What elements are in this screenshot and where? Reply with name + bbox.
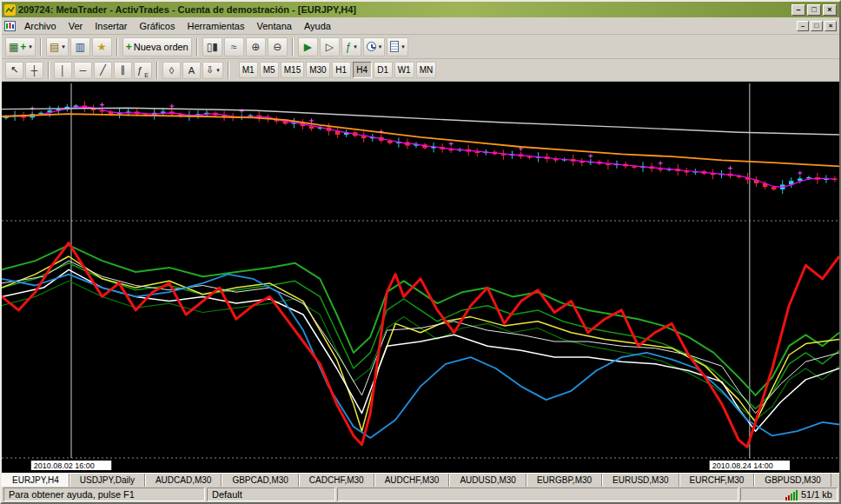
chart-shift-icon: ▷	[326, 41, 334, 53]
chart-restore-button[interactable]: □	[811, 21, 823, 31]
crosshair-icon: ┼	[31, 65, 38, 76]
arrow-marker-icon: ⇩	[206, 64, 214, 76]
dropdown-arrow-icon: ▾	[379, 43, 382, 50]
periods-button[interactable]: ▾	[363, 37, 386, 56]
timeframe-d1-button[interactable]: D1	[374, 62, 393, 78]
autoscroll-button[interactable]: ▶	[298, 37, 318, 56]
dropdown-arrow-icon: ▾	[216, 67, 220, 74]
menu-item-insertar[interactable]: Insertar	[89, 19, 133, 33]
app-icon	[4, 4, 16, 16]
chart-shift-button[interactable]: ▷	[320, 37, 340, 56]
minimize-button[interactable]: –	[791, 4, 805, 16]
menubar: ArchivoVerInsertarGráficosHerramientasVe…	[2, 17, 839, 35]
tab-cadchf-m30[interactable]: CADCHF,M30	[299, 474, 374, 487]
connection-bar	[788, 495, 790, 501]
indicators-icon: ƒ	[346, 41, 352, 53]
tab-gbpcad-m30[interactable]: GBPCAD,M30	[222, 474, 298, 487]
autoscroll-icon: ▶	[304, 41, 312, 53]
window-title: 209724: MetaTrader - ActivTrades - Cuent…	[18, 4, 789, 15]
cursor-tool-button[interactable]: ↖	[5, 62, 23, 79]
plus-icon: +	[20, 41, 26, 53]
zoom-out-button[interactable]: ⊖	[268, 37, 288, 56]
new-order-button[interactable]: +Nueva orden	[123, 37, 192, 56]
crosshair-tool-button[interactable]: ┼	[25, 62, 43, 79]
tab-audchf-m30[interactable]: AUDCHF,M30	[374, 474, 450, 487]
maximize-button[interactable]: □	[807, 4, 821, 16]
arrows-tool-button[interactable]: ⇩▾	[202, 62, 223, 79]
status-connection: 51/1 kb	[740, 487, 838, 501]
new-chart-button[interactable]: ▦+▾	[5, 37, 36, 56]
indicators-button[interactable]: ƒ▾	[341, 37, 361, 56]
tab-eurusd-m30[interactable]: EURUSD,M30	[602, 474, 679, 487]
line-chart-button[interactable]: ≈	[224, 37, 244, 56]
timeframe-h1-button[interactable]: H1	[332, 62, 351, 78]
chart-close-button[interactable]: ×	[824, 21, 837, 31]
tab-eurchf-m30[interactable]: EURCHF,M30	[679, 474, 755, 487]
tab-eurjpy-h4[interactable]: EURJPY,H4	[2, 474, 70, 487]
zoom-in-icon: ⊕	[251, 41, 260, 53]
trendline-tool-button[interactable]: ╱	[94, 62, 112, 79]
horizontal-line-tool-button[interactable]: ─	[74, 62, 92, 79]
metatrader-window: 209724: MetaTrader - ActivTrades - Cuent…	[0, 0, 841, 504]
timeframe-group: M1M5M15M30H1H4D1W1MN	[238, 62, 437, 78]
market-watch-button[interactable]: ▥	[70, 37, 90, 56]
zoom-in-button[interactable]: ⊕	[246, 37, 266, 56]
dropdown-arrow-icon: ▾	[401, 43, 405, 50]
candlestick-icon: ▯▮	[207, 41, 218, 53]
timeframe-m30-button[interactable]: M30	[306, 62, 329, 78]
template-icon	[390, 41, 399, 52]
status-profile[interactable]: Default	[207, 487, 335, 501]
status-help-text: Para obtener ayuda, pulse F1	[3, 487, 205, 501]
toolbar-separator	[116, 38, 118, 56]
line-studies-toolbar: ↖┼│─╱∥ƒE◊A⇩▾M1M5M15M30H1H4D1W1MN	[2, 59, 839, 82]
chart-minimize-button[interactable]: –	[797, 21, 809, 31]
navigator-button[interactable]: ★	[92, 37, 112, 56]
toolbar-separator	[48, 62, 50, 79]
profiles-button[interactable]: ▤▾	[46, 37, 69, 56]
dropdown-arrow-icon: ▾	[29, 43, 32, 50]
timeframe-w1-button[interactable]: W1	[394, 62, 414, 78]
close-button[interactable]: ×	[823, 4, 837, 16]
timeframe-m15-button[interactable]: M15	[281, 62, 304, 78]
timeframe-h4-button[interactable]: H4	[353, 62, 372, 78]
tab-audcad-m30[interactable]: AUDCAD,M30	[145, 474, 222, 487]
timeframe-m1-button[interactable]: M1	[239, 62, 258, 78]
menu-item-herramientas[interactable]: Herramientas	[181, 19, 250, 33]
templates-button[interactable]: ▾	[387, 37, 408, 56]
cursor-icon: ↖	[10, 64, 18, 76]
menu-item-ayuda[interactable]: Ayuda	[298, 19, 337, 33]
chart-canvas[interactable]: 2010.08.02 16:002010.08.24 14:00	[2, 82, 839, 473]
svg-text:2010.08.24 14:00: 2010.08.24 14:00	[712, 461, 773, 470]
sub-label: E	[144, 72, 149, 78]
connection-bar	[785, 497, 787, 501]
status-spacer	[337, 487, 738, 501]
fibonacci-icon: ƒ	[137, 65, 142, 76]
timeframe-mn-button[interactable]: MN	[416, 62, 437, 78]
chart-area[interactable]: 2010.08.02 16:002010.08.24 14:00	[2, 82, 839, 473]
clock-icon	[367, 42, 376, 51]
titlebar: 209724: MetaTrader - ActivTrades - Cuent…	[2, 2, 839, 17]
line-chart-icon: ≈	[231, 41, 237, 53]
candlestick-chart-button[interactable]: ▯▮	[202, 37, 222, 56]
child-window-controls: –□×	[797, 21, 837, 31]
timeframe-m5-button[interactable]: M5	[260, 62, 279, 78]
menu-item-archivo[interactable]: Archivo	[18, 19, 63, 33]
menu-item-graficos[interactable]: Gráficos	[134, 19, 182, 33]
text-tool-button[interactable]: A	[182, 62, 201, 79]
shapes-tool-button[interactable]: ◊	[162, 62, 181, 79]
fibonacci-tool-button[interactable]: ƒE	[134, 62, 152, 79]
toolbar-separator	[40, 38, 42, 56]
svg-text:2010.08.02 16:00: 2010.08.02 16:00	[34, 461, 95, 470]
tab-audusd-m30[interactable]: AUDUSD,M30	[449, 474, 526, 487]
vertical-line-tool-button[interactable]: │	[54, 62, 72, 79]
channel-tool-button[interactable]: ∥	[114, 62, 132, 79]
tab-usdjpy-daily[interactable]: USDJPY,Daily	[70, 474, 145, 487]
connection-bar	[796, 490, 798, 501]
tab-gbpusd-m30[interactable]: GBPUSD,M30	[754, 474, 831, 487]
menu-item-ver[interactable]: Ver	[63, 19, 89, 33]
tab-eurgbp-m30[interactable]: EURGBP,M30	[526, 474, 602, 487]
toolbar-separator	[196, 38, 198, 56]
menu-item-ventana[interactable]: Ventana	[251, 19, 298, 33]
standard-toolbar: ▦+▾▤▾▥★+Nueva orden▯▮≈⊕⊖▶▷ƒ▾▾▾	[2, 35, 839, 59]
plus-icon: +	[126, 41, 132, 53]
